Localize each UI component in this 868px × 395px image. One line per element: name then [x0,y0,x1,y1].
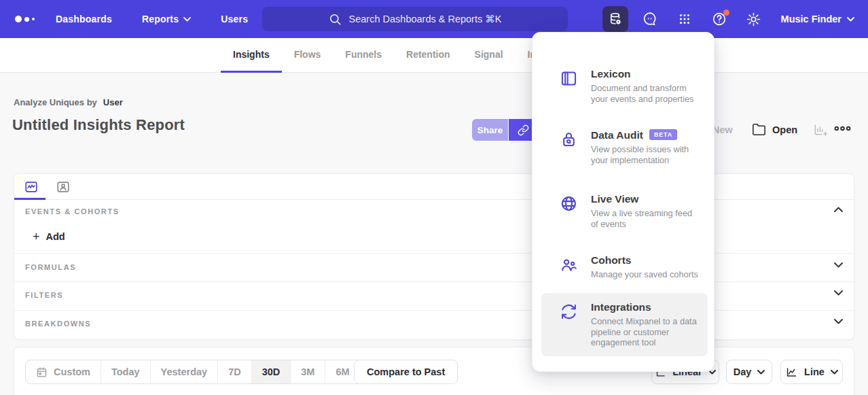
expand-formulas-button[interactable] [834,262,843,268]
chevron-down-icon [183,17,191,22]
chevron-down-icon [834,290,843,296]
add-label: Add [46,231,65,242]
menu-item-text: Data Audit BETA View possible issues wit… [591,129,701,165]
compare-to-past-button[interactable]: Compare to Past [354,360,458,384]
section-divider [14,281,854,282]
plus-icon: + [33,232,40,241]
line-chart-icon [785,366,798,379]
chart-type-dropdown[interactable]: Line [780,360,843,384]
open-report-button[interactable]: Open [752,123,797,136]
range-3m[interactable]: 3M [290,360,325,383]
tab-funnels[interactable]: Funnels [333,38,394,73]
nav-item-dashboards[interactable]: Dashboards [56,14,112,24]
chevron-down-icon [847,17,854,22]
subtitle-prefix: Analyze Uniques by [14,97,97,107]
range-30d[interactable]: 30D [251,360,291,383]
tab-signal[interactable]: Signal [463,38,516,73]
menu-item-text: Cohorts Manage your saved cohorts [591,254,701,280]
chart-toolbar-panel: Custom Today Yesterday 7D 30D 3M 6M 12M … [14,347,854,395]
report-tabbar: Insights Flows Funnels Retention Signal … [0,38,868,73]
report-tabs: Insights Flows Funnels Retention Signal … [221,38,551,73]
chevron-up-icon [834,207,843,212]
data-management-button[interactable] [602,6,628,32]
menu-item-title: Data Audit BETA [591,129,701,141]
section-divider [14,253,854,254]
integrations-sync-icon [560,301,579,348]
notification-dot [723,10,729,16]
search-input[interactable]: Search Dashboards & Reports ⌘K [262,7,568,31]
range-today[interactable]: Today [101,360,150,383]
range-yesterday[interactable]: Yesterday [150,360,218,383]
share-button[interactable]: Share [472,119,508,141]
nav-item-users[interactable]: Users [221,14,248,24]
nav-item-label: Users [221,14,248,24]
section-divider [14,310,854,311]
menu-item-cohorts[interactable]: Cohorts Manage your saved cohorts [541,246,708,288]
expand-filters-button[interactable] [834,290,843,296]
menu-item-text: Live View View a live streaming feed of … [591,193,701,229]
page-title[interactable]: Untitled Insights Report [12,116,185,134]
chevron-down-icon [831,370,838,375]
database-gear-icon [608,12,623,27]
apps-grid-button[interactable] [672,6,698,32]
profiles-view-tab[interactable] [55,179,71,194]
builder-view-tabs [14,174,854,200]
globe-icon [560,193,579,229]
help-button[interactable] [706,6,732,32]
line-chart-square-icon [24,179,39,194]
menu-item-live-view[interactable]: Live View View a live streaming feed of … [541,185,708,237]
expand-breakdowns-button[interactable] [834,319,843,324]
menu-item-title-text: Data Audit [591,129,643,141]
add-event-button[interactable]: + Add [33,231,65,242]
active-tab-underline [14,198,46,200]
calendar-icon [36,366,48,378]
more-options-button[interactable] [834,124,851,133]
menu-item-title: Live View [591,193,701,205]
menu-item-title: Lexicon [591,68,701,80]
range-7d[interactable]: 7D [217,360,251,383]
section-label-events-cohorts: EVENTS & COHORTS [25,207,120,216]
settings-button[interactable] [741,6,767,32]
nav-item-reports[interactable]: Reports [142,14,191,24]
add-to-dashboard-button[interactable] [812,122,828,138]
beta-badge: BETA [649,129,677,140]
grid-dots-icon [677,12,692,27]
range-custom[interactable]: Custom [26,360,101,383]
menu-item-lexicon[interactable]: Lexicon Document and transform your even… [541,60,708,112]
data-audit-lock-icon [560,129,579,165]
open-label: Open [772,124,797,135]
gear-icon [746,12,761,27]
date-range-group: Custom Today Yesterday 7D 30D 3M 6M 12M [25,360,401,384]
section-label-filters: FILTERS [25,291,63,299]
menu-item-title: Cohorts [591,254,701,267]
feedback-button[interactable] [637,6,663,32]
range-label: Custom [54,366,90,377]
person-square-icon [56,179,71,194]
project-name: Music Finder [781,14,842,24]
query-builder-panel: EVENTS & COHORTS + Add FORMULAS FILTERS … [14,173,854,340]
section-label-formulas: FORMULAS [25,263,76,271]
app-window: Dashboards Reports Users Search Dashboar… [0,0,868,395]
analysis-entity-selector[interactable]: User [103,97,123,107]
mixpanel-logo-icon[interactable] [15,16,39,22]
tab-insights[interactable]: Insights [221,38,282,73]
share-button-group: Share [472,119,537,141]
menu-item-integrations[interactable]: Integrations Connect Mixpanel to a data … [541,293,708,356]
chevron-down-icon [834,262,843,268]
more-horizontal-icon [834,124,851,133]
chart-type-label: Line [804,366,825,377]
metrics-view-tab[interactable] [23,179,39,194]
menu-item-description: Connect Mixpanel to a data pipeline or c… [591,316,701,348]
data-management-menu: Lexicon Document and transform your even… [532,32,715,372]
tab-retention[interactable]: Retention [394,38,463,73]
menu-item-title: Integrations [591,301,701,313]
interval-dropdown[interactable]: Day [726,360,772,384]
collapse-section-button[interactable] [834,207,843,212]
link-icon [518,124,529,136]
new-report-button[interactable]: New [712,124,733,135]
project-switcher[interactable]: Music Finder [781,14,854,24]
top-navbar: Dashboards Reports Users Search Dashboar… [0,0,868,38]
menu-item-data-audit[interactable]: Data Audit BETA View possible issues wit… [541,121,708,173]
tab-flows[interactable]: Flows [282,38,333,73]
cohorts-people-icon [560,254,579,280]
